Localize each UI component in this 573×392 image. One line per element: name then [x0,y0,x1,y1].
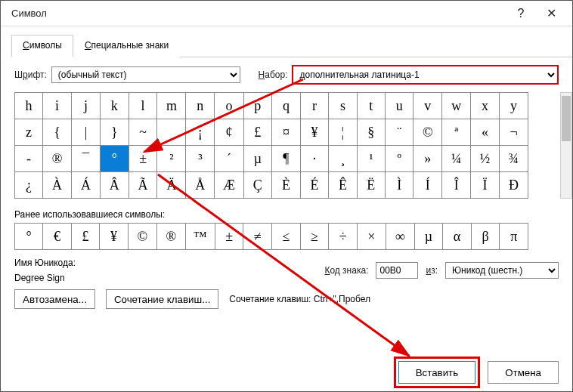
symbol-cell[interactable]: ¿ [15,172,43,199]
symbol-cell[interactable]: ² [157,146,186,172]
symbol-cell[interactable]: o [215,93,243,119]
shortcut-key-button[interactable]: Сочетание клавиш... [106,289,218,309]
recent-symbol-cell[interactable]: € [43,224,71,250]
symbol-cell[interactable]: £ [243,119,272,146]
symbol-cell[interactable]: À [43,172,72,199]
symbol-cell[interactable]: Â [100,172,129,199]
symbol-cell[interactable]: É [300,172,328,199]
symbol-cell[interactable]: Ã [129,172,157,199]
grid-scrollbar[interactable] [560,92,572,199]
symbol-cell[interactable]: ¾ [499,146,528,172]
symbol-cell[interactable]: ¬ [499,119,528,146]
tab-symbols[interactable]: Символы [11,35,73,57]
recent-symbol-cell[interactable]: ¥ [100,224,128,250]
symbol-cell[interactable]: Ç [243,172,272,199]
symbol-cell[interactable]: µ [243,146,272,172]
symbol-cell[interactable]: r [300,93,328,119]
symbol-cell[interactable]: ´ [215,146,243,172]
symbol-cell[interactable]: ½ [471,146,500,172]
symbol-cell[interactable]: ¼ [442,146,471,172]
recent-symbol-cell[interactable]: ™ [186,224,215,250]
symbol-cell[interactable]: t [357,93,385,119]
symbol-cell[interactable]: º [386,146,413,172]
symbol-cell[interactable]: l [129,93,157,119]
symbol-cell[interactable]: h [15,93,43,119]
symbol-cell[interactable]: ¸ [329,146,357,172]
symbol-cell[interactable]: Î [442,172,471,199]
symbol-cell[interactable]: Ï [471,172,500,199]
symbol-cell[interactable]: { [43,119,72,146]
symbol-cell[interactable]: ¡ [186,119,215,146]
symbol-cell[interactable]: j [72,93,101,119]
symbol-cell[interactable]: ¤ [272,119,300,146]
symbol-cell[interactable]: ± [129,146,157,172]
symbol-cell[interactable]: ³ [186,146,215,172]
symbol-cell[interactable]: u [386,93,413,119]
tab-special-chars[interactable]: Специальные знаки [73,35,180,57]
symbol-cell[interactable]: Ä [157,172,186,199]
symbol-cell[interactable]: ° [100,146,129,172]
symbol-cell[interactable]: p [243,93,272,119]
symbol-cell[interactable]: n [186,93,215,119]
symbol-cell[interactable]: È [272,172,300,199]
recent-symbol-cell[interactable]: ÷ [329,224,358,250]
symbol-cell[interactable]: k [100,93,129,119]
symbol-cell[interactable]: m [157,93,186,119]
close-button[interactable]: ✕ [536,6,566,20]
recent-symbol-cell[interactable]: ≤ [272,224,301,250]
symbol-cell[interactable]: Á [72,172,101,199]
symbol-cell[interactable]: § [357,119,385,146]
font-select[interactable]: (обычный текст) [51,66,240,83]
symbol-cell[interactable]: Í [413,172,442,199]
symbol-cell[interactable]: z [15,119,43,146]
recent-symbol-cell[interactable]: ° [15,224,43,250]
recent-symbol-cell[interactable]: ≠ [243,224,272,250]
symbol-cell[interactable]: ¯ [72,146,101,172]
recent-symbol-cell[interactable]: ≥ [300,224,329,250]
recent-symbol-cell[interactable]: µ [414,224,443,250]
symbol-cell[interactable]: y [499,93,528,119]
symbol-cell[interactable]: Å [186,172,215,199]
recent-symbol-cell[interactable]: β [471,224,500,250]
recent-symbol-cell[interactable]: ∞ [386,224,414,250]
symbol-cell[interactable]: Ì [386,172,413,199]
symbol-cell[interactable] [157,119,186,146]
symbol-cell[interactable]: Ë [357,172,385,199]
symbol-cell[interactable]: ¹ [357,146,385,172]
insert-button[interactable]: Вставить [398,361,476,384]
from-select[interactable]: Юникод (шестн.) [445,262,559,279]
symbol-cell[interactable]: ª [442,119,471,146]
symbol-cell[interactable]: « [471,119,500,146]
symbol-cell[interactable]: ¨ [386,119,413,146]
symbol-cell[interactable]: s [329,93,357,119]
symbol-cell[interactable]: - [15,146,43,172]
recent-symbol-cell[interactable]: © [128,224,156,250]
symbol-cell[interactable]: ¢ [215,119,243,146]
symbol-cell[interactable]: | [72,119,101,146]
symbol-cell[interactable]: q [272,93,300,119]
subset-select[interactable]: дополнительная латиница-1 [292,65,559,85]
symbol-cell[interactable]: } [100,119,129,146]
recent-symbol-cell[interactable]: ± [215,224,243,250]
recent-symbol-cell[interactable]: × [357,224,386,250]
symbol-cell[interactable]: ¶ [272,146,300,172]
symbol-cell[interactable]: Ð [499,172,528,199]
help-button[interactable]: ? [506,7,536,20]
symbol-cell[interactable]: w [442,93,471,119]
symbol-cell[interactable]: ® [43,146,72,172]
symbol-cell[interactable]: ¥ [300,119,328,146]
recent-symbols-grid[interactable]: °€£¥©®™±≠≤≥÷×∞µαβπ [14,223,528,250]
recent-symbol-cell[interactable]: π [500,224,528,250]
recent-symbol-cell[interactable]: ® [156,224,185,250]
symbol-grid[interactable]: hijklmnopqrstuvwxyz{|}~¡¢£¤¥¦§¨©ª«¬-®¯°±… [14,92,528,199]
charcode-input[interactable] [376,262,418,279]
symbol-cell[interactable]: ¦ [329,119,357,146]
recent-symbol-cell[interactable]: α [443,224,472,250]
recent-symbol-cell[interactable]: £ [71,224,99,250]
scrollbar-thumb[interactable] [562,96,571,141]
symbol-cell[interactable]: ~ [129,119,157,146]
autocorrect-button[interactable]: Автозамена... [14,289,95,309]
symbol-cell[interactable]: © [413,119,442,146]
cancel-button[interactable]: Отмена [488,361,559,384]
symbol-cell[interactable]: » [413,146,442,172]
